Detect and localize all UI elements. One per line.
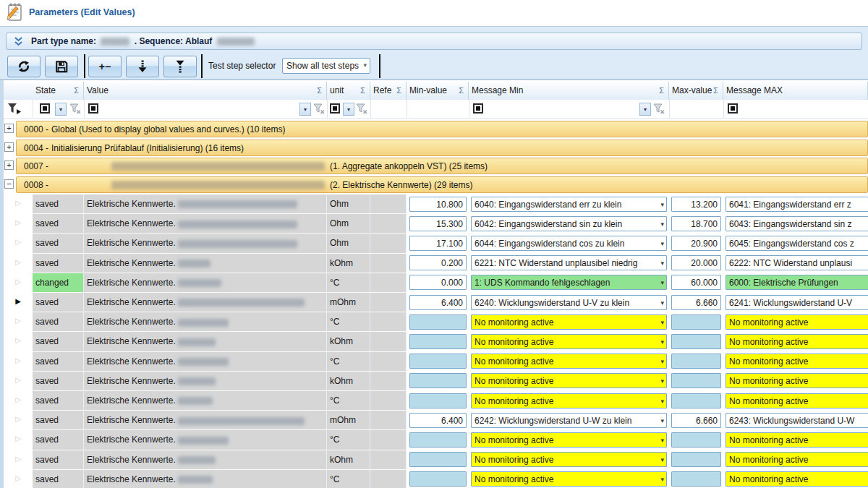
refresh-button[interactable] [7, 56, 41, 77]
message-min-dropdown[interactable]: No monitoring active▾ [471, 354, 667, 369]
min-value-input[interactable] [409, 393, 467, 408]
max-value-input[interactable] [671, 354, 721, 369]
max-value-input[interactable] [671, 334, 721, 349]
message-min-dropdown[interactable]: No monitoring active▾ [471, 393, 667, 408]
message-min-dropdown[interactable]: No monitoring active▾ [471, 314, 667, 330]
message-min-dropdown[interactable]: 6221: NTC Widerstand unplausibel niedrig… [471, 255, 667, 270]
message-min-dropdown[interactable]: No monitoring active▾ [471, 373, 667, 388]
expand-group-button[interactable]: + [4, 124, 14, 133]
message-max-dropdown[interactable]: No monitoring active [726, 471, 868, 487]
message-max-dropdown[interactable]: No monitoring active [726, 452, 868, 467]
message-min-dropdown[interactable]: 6040: Eingangswiderstand err zu klein▾ [471, 197, 667, 212]
max-value-input[interactable]: 6.660 [671, 295, 721, 310]
min-value-input[interactable]: 17.100 [409, 236, 467, 251]
message-min-dropdown[interactable]: No monitoring active▾ [471, 334, 667, 349]
expand-group-button[interactable]: + [4, 142, 14, 152]
sigma-summary-icon[interactable]: Σ [74, 86, 79, 95]
row-indicator[interactable]: ▷ [4, 332, 33, 351]
message-max-dropdown[interactable]: 6243: Wicklungswiderstand U-W [726, 413, 868, 428]
filter-clear-icon[interactable] [653, 103, 665, 115]
message-max-dropdown[interactable]: 6222: NTC Widerstand unplausi [726, 255, 868, 270]
max-value-input[interactable]: 18.700 [671, 216, 721, 231]
row-indicator[interactable]: ▷ [4, 234, 33, 253]
filter-checkbox[interactable] [88, 103, 98, 114]
min-value-input[interactable]: 6.400 [409, 413, 467, 428]
column-header-value[interactable]: ValueΣ [84, 82, 327, 100]
max-value-input[interactable]: 6.660 [671, 413, 721, 428]
row-indicator[interactable]: ▷ [4, 391, 33, 411]
filter-clear-icon[interactable] [313, 103, 326, 115]
message-max-dropdown[interactable]: 6000: Elektrische Prüfungen [726, 275, 868, 290]
max-value-input[interactable] [671, 373, 721, 388]
message-min-dropdown[interactable]: No monitoring active▾ [471, 471, 667, 487]
row-indicator[interactable]: ▷ [4, 430, 33, 450]
row-indicator[interactable]: ▷ [4, 194, 33, 214]
sigma-summary-icon[interactable]: Σ [459, 86, 464, 95]
message-min-dropdown[interactable]: No monitoring active▾ [471, 432, 667, 448]
message-max-dropdown[interactable]: 6043: Eingangswiderstand sin z [726, 216, 868, 231]
sigma-summary-icon[interactable]: Σ [713, 86, 718, 95]
move-down-button[interactable] [126, 56, 159, 77]
message-min-dropdown[interactable]: 6042: Eingangswiderstand sin zu klein▾ [471, 216, 667, 231]
min-value-input[interactable] [409, 471, 467, 487]
filter-checkbox[interactable] [473, 103, 483, 114]
column-header-min-value[interactable]: Min-valueΣ [407, 82, 469, 100]
min-value-input[interactable] [409, 354, 467, 369]
min-value-input[interactable]: 15.300 [409, 216, 467, 231]
group-row-0007[interactable]: 0007 - (1. Aggregate ankoppeln VST) (25 … [16, 158, 868, 174]
message-min-dropdown[interactable]: No monitoring active▾ [471, 452, 667, 467]
max-value-input[interactable]: 20.000 [671, 255, 721, 270]
filter-checkbox[interactable] [728, 103, 738, 114]
column-header-unit[interactable]: unitΣ [327, 82, 370, 100]
max-value-input[interactable]: 20.900 [671, 236, 721, 251]
sigma-summary-icon[interactable]: Σ [396, 86, 401, 95]
min-value-input[interactable] [409, 373, 467, 388]
message-min-dropdown[interactable]: 6240: Wicklungswiderstand U-V zu klein▾ [471, 295, 667, 310]
row-indicator[interactable]: ▷ [4, 470, 33, 488]
message-max-dropdown[interactable]: 6041: Eingangswiderstand err z [726, 197, 868, 212]
min-value-input[interactable] [409, 452, 467, 467]
row-indicator[interactable]: ▶ [4, 293, 33, 312]
sigma-summary-icon[interactable]: Σ [317, 86, 322, 95]
max-value-input[interactable] [671, 471, 721, 487]
add-remove-button[interactable]: +− [88, 56, 122, 77]
max-value-input[interactable] [671, 452, 721, 467]
message-max-dropdown[interactable]: No monitoring active [726, 393, 868, 408]
group-row-0008[interactable]: 0008 - (2. Elektrische Kennwerte) (29 it… [16, 176, 868, 193]
row-indicator[interactable]: ▷ [4, 312, 33, 332]
max-value-input[interactable] [671, 432, 721, 448]
collapse-group-button[interactable]: − [4, 179, 14, 189]
min-value-input[interactable]: 0.000 [409, 275, 467, 290]
move-up-button[interactable] [163, 56, 197, 77]
group-row-0000[interactable]: 0000 - Global (Used to display global va… [16, 121, 868, 137]
message-max-dropdown[interactable]: No monitoring active [726, 334, 868, 349]
message-max-dropdown[interactable]: No monitoring active [726, 354, 868, 369]
message-max-dropdown[interactable]: 6241: Wicklungswiderstand U-V [726, 295, 868, 310]
row-indicator[interactable]: ▷ [4, 214, 33, 234]
min-value-input[interactable]: 6.400 [409, 295, 467, 310]
message-min-dropdown[interactable]: 6044: Eingangswiderstand cos zu klein▾ [471, 236, 667, 251]
row-indicator[interactable]: ▷ [4, 254, 33, 273]
max-value-input[interactable] [671, 393, 721, 408]
row-indicator[interactable]: ▷ [4, 352, 33, 372]
column-header-max-value[interactable]: Max-valueΣ [669, 82, 723, 100]
max-value-input[interactable]: 13.200 [671, 197, 721, 212]
column-header-message-max[interactable]: Message MAX [723, 82, 868, 100]
row-indicator[interactable]: ▷ [4, 372, 33, 391]
column-header-message-min[interactable]: Message MinΣ [469, 82, 669, 100]
filter-checkbox[interactable] [40, 103, 50, 114]
row-indicator[interactable]: ▷ [4, 411, 33, 430]
row-indicator[interactable]: ▷ [4, 273, 33, 293]
message-max-dropdown[interactable]: 6045: Eingangswiderstand cos z [726, 236, 868, 251]
message-max-dropdown[interactable]: No monitoring active [726, 314, 868, 330]
sigma-summary-icon[interactable]: Σ [659, 86, 664, 95]
row-indicator[interactable]: ▷ [4, 450, 33, 470]
min-value-input[interactable]: 0.200 [409, 255, 467, 270]
filter-dropdown-button[interactable]: ▾ [299, 103, 311, 116]
min-value-input[interactable]: 10.800 [409, 197, 467, 212]
filter-dropdown-button[interactable]: ▾ [639, 103, 651, 116]
max-value-input[interactable]: 60.000 [671, 275, 721, 290]
min-value-input[interactable] [409, 432, 467, 448]
expand-group-button[interactable]: + [4, 160, 14, 170]
group-row-0004[interactable]: 0004 - Initialisierung Prüfablauf (Initi… [16, 140, 868, 156]
